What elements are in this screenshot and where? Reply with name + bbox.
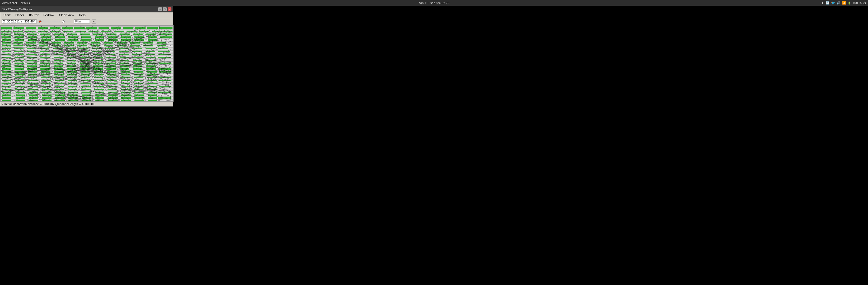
svg-rect-144 bbox=[158, 51, 170, 52]
status-message: > Initial Manhattan distance = 8084087 @… bbox=[1, 103, 95, 106]
svg-rect-61 bbox=[80, 34, 90, 35]
svg-rect-47 bbox=[76, 31, 86, 32]
svg-rect-170 bbox=[158, 57, 171, 58]
svg-rect-209 bbox=[14, 68, 24, 70]
svg-rect-80 bbox=[160, 36, 172, 38]
svg-rect-315 bbox=[82, 92, 91, 93]
menu-placer[interactable]: Placer bbox=[13, 13, 26, 17]
svg-rect-77 bbox=[121, 36, 131, 38]
svg-rect-358 bbox=[148, 100, 157, 101]
view-mode-group: Components Nets bbox=[39, 20, 72, 23]
svg-rect-159 bbox=[14, 57, 24, 58]
svg-rect-161 bbox=[40, 57, 50, 58]
svg-rect-133 bbox=[14, 51, 24, 52]
svg-rect-349 bbox=[29, 100, 38, 101]
svg-rect-334 bbox=[2, 97, 11, 99]
refresh-icon: 🔄 bbox=[826, 1, 830, 5]
menu-help[interactable]: Help bbox=[77, 13, 88, 17]
svg-rect-173 bbox=[27, 60, 37, 61]
menu-router[interactable]: Router bbox=[27, 13, 41, 17]
svg-rect-91 bbox=[134, 39, 144, 41]
svg-rect-74 bbox=[81, 36, 91, 38]
svg-rect-82 bbox=[14, 39, 24, 41]
svg-rect-330 bbox=[108, 95, 118, 96]
svg-rect-67 bbox=[159, 34, 172, 35]
components-label: Components bbox=[42, 20, 61, 23]
svg-rect-324 bbox=[29, 95, 38, 96]
svg-rect-45 bbox=[51, 31, 61, 32]
pcb-visualization bbox=[1, 26, 173, 101]
app-name-label: ePnR bbox=[21, 1, 28, 5]
svg-rect-278 bbox=[81, 83, 91, 84]
svg-rect-356 bbox=[121, 100, 131, 101]
svg-rect-5 bbox=[38, 27, 48, 29]
nets-label: Nets bbox=[65, 20, 72, 23]
svg-rect-337 bbox=[42, 97, 52, 99]
close-button[interactable]: ✕ bbox=[168, 7, 172, 11]
audio-icon: 🔊 bbox=[837, 1, 840, 5]
svg-rect-285 bbox=[15, 86, 25, 87]
power-icon: ⏻ bbox=[863, 2, 866, 4]
svg-rect-7 bbox=[62, 27, 73, 29]
components-radio-circle bbox=[39, 20, 41, 23]
svg-rect-4 bbox=[26, 27, 36, 29]
filter-input[interactable] bbox=[74, 20, 90, 24]
svg-rect-66 bbox=[146, 34, 156, 35]
svg-rect-95 bbox=[26, 42, 36, 43]
pcb-canvas-area[interactable] bbox=[0, 25, 174, 102]
maximize-button[interactable]: □ bbox=[163, 7, 167, 11]
svg-rect-347 bbox=[2, 100, 11, 101]
title-bar: 32x32ArrayMultiplier – □ ✕ bbox=[0, 6, 173, 12]
menu-redraw[interactable]: Redraw bbox=[41, 13, 56, 17]
svg-rect-9 bbox=[86, 27, 97, 29]
svg-rect-289 bbox=[68, 86, 78, 87]
svg-rect-46 bbox=[63, 31, 73, 32]
bird-icon: 🐦 bbox=[831, 1, 835, 5]
svg-rect-58 bbox=[40, 34, 51, 35]
coord-display: X=3382.611 Y=231.484 bbox=[2, 20, 37, 24]
svg-rect-107 bbox=[13, 45, 23, 46]
nets-radio-circle bbox=[62, 20, 65, 23]
svg-rect-345 bbox=[148, 97, 157, 99]
svg-rect-118 bbox=[157, 45, 166, 46]
svg-rect-15 bbox=[159, 27, 173, 29]
svg-rect-168 bbox=[133, 57, 143, 58]
svg-rect-341 bbox=[95, 97, 104, 99]
svg-rect-12 bbox=[123, 27, 133, 29]
svg-rect-6 bbox=[50, 27, 61, 29]
svg-rect-304 bbox=[94, 89, 104, 90]
network-icon: 📶 bbox=[842, 1, 846, 5]
menu-clearview[interactable]: Clear view bbox=[57, 13, 76, 17]
svg-rect-147 bbox=[27, 54, 37, 55]
status-bar: > Initial Manhattan distance = 8084087 @… bbox=[0, 102, 173, 106]
components-radio[interactable]: Components bbox=[39, 20, 61, 23]
menu-start[interactable]: Start bbox=[1, 13, 13, 17]
svg-rect-87 bbox=[81, 39, 91, 41]
svg-rect-54 bbox=[162, 31, 173, 32]
svg-rect-52 bbox=[139, 31, 149, 32]
svg-rect-357 bbox=[134, 100, 144, 101]
window-title: 32x32ArrayMultiplier bbox=[2, 8, 32, 11]
system-bar-datetime: søn 19. sep 09:19:29 bbox=[419, 1, 449, 5]
svg-rect-10 bbox=[98, 27, 109, 29]
minimize-button[interactable]: – bbox=[158, 7, 162, 11]
svg-rect-99 bbox=[78, 42, 87, 43]
svg-rect-101 bbox=[104, 42, 113, 43]
system-bar-left: Aktiviteter ePnR ▾ bbox=[2, 1, 30, 5]
svg-rect-112 bbox=[78, 45, 87, 46]
app-indicator[interactable]: ePnR ▾ bbox=[21, 1, 30, 5]
svg-rect-269 bbox=[134, 80, 144, 81]
svg-rect-355 bbox=[108, 100, 118, 101]
svg-rect-184 bbox=[14, 63, 24, 64]
svg-rect-303 bbox=[81, 89, 91, 90]
filter-dropdown[interactable]: ▾ bbox=[92, 20, 96, 24]
nets-radio[interactable]: Nets bbox=[62, 20, 72, 23]
svg-rect-14 bbox=[147, 27, 158, 29]
svg-rect-243 bbox=[121, 74, 130, 75]
battery-icon: 🔋 bbox=[848, 2, 851, 4]
activities-label[interactable]: Aktiviteter bbox=[2, 1, 18, 5]
system-bar: Aktiviteter ePnR ▾ søn 19. sep 09:19:29 … bbox=[0, 0, 868, 6]
svg-rect-48 bbox=[89, 31, 98, 32]
system-bar-right: ⬆ 🔄 🐦 🔊 📶 🔋 100 % ⏻ bbox=[821, 1, 866, 5]
svg-rect-218 bbox=[133, 68, 143, 70]
